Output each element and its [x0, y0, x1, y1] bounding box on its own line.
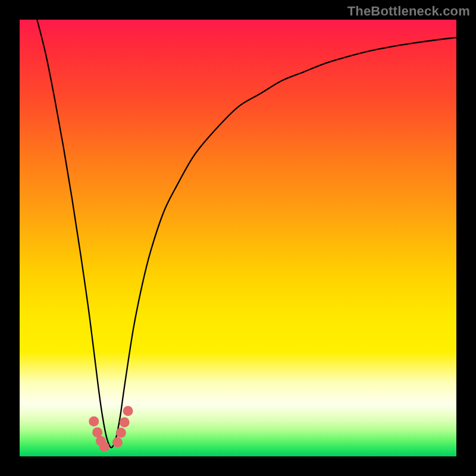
plot-area — [20, 20, 456, 456]
curve-marker — [89, 416, 99, 427]
chart-frame: TheBottleneck.com — [0, 0, 476, 476]
curve-marker — [116, 428, 126, 438]
marker-group — [89, 406, 133, 452]
curve-svg — [20, 20, 456, 456]
curve-marker — [96, 436, 106, 446]
watermark-text: TheBottleneck.com — [347, 4, 470, 19]
curve-marker — [99, 441, 109, 452]
curve-marker — [120, 417, 130, 427]
curve-marker — [123, 406, 133, 416]
curve-marker — [92, 427, 102, 437]
bottleneck-curve — [37, 20, 456, 447]
curve-marker — [112, 437, 123, 447]
